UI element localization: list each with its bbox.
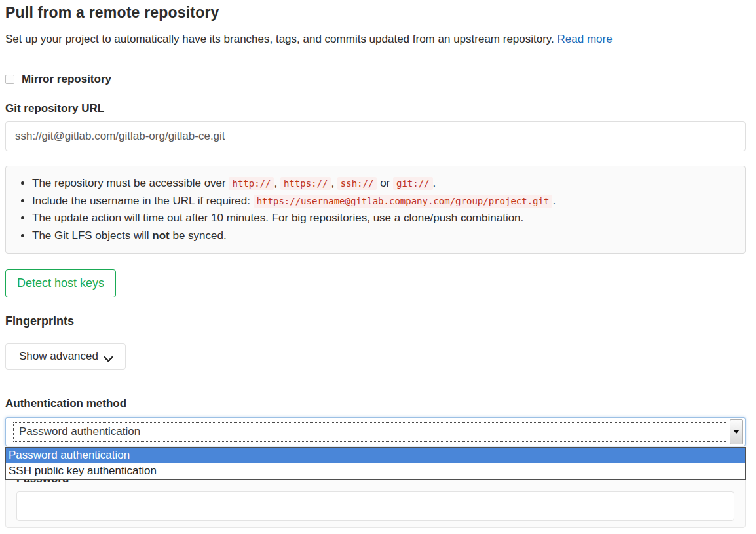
note-item: The update action will time out after 10… bbox=[32, 210, 733, 227]
note-text: Include the username in the URL if requi… bbox=[32, 195, 254, 207]
description-text: Set up your project to automatically hav… bbox=[5, 33, 554, 45]
git-repo-url-label: Git repository URL bbox=[5, 102, 746, 115]
authentication-method-select-wrap: Password authentication Password authent… bbox=[5, 417, 746, 446]
url-requirements-list: The repository must be accessible over h… bbox=[18, 175, 733, 244]
note-text: The Git LFS objects will bbox=[32, 229, 152, 242]
code-snippet: git:// bbox=[393, 177, 433, 190]
note-item: The repository must be accessible over h… bbox=[32, 175, 733, 193]
detect-host-keys-button[interactable]: Detect host keys bbox=[5, 269, 116, 297]
note-item: The Git LFS objects will not be synced. bbox=[32, 227, 733, 245]
authentication-method-label: Authentication method bbox=[5, 397, 746, 410]
note-text: be synced. bbox=[170, 229, 227, 242]
section-description: Set up your project to automatically hav… bbox=[5, 33, 746, 46]
note-text: or bbox=[377, 177, 393, 189]
mirror-repository-label[interactable]: Mirror repository bbox=[22, 73, 111, 86]
note-text: . bbox=[552, 195, 556, 207]
mirror-repository-row: Mirror repository bbox=[5, 73, 746, 86]
settings-section-pull-remote: Pull from a remote repository Set up you… bbox=[5, 0, 746, 528]
note-text: . bbox=[433, 177, 436, 189]
select-dropdown-arrow-button[interactable] bbox=[730, 419, 743, 444]
code-snippet: https:// bbox=[280, 177, 331, 190]
password-input[interactable] bbox=[16, 491, 734, 521]
code-snippet: https://username@gitlab.company.com/grou… bbox=[254, 195, 553, 208]
show-advanced-button[interactable]: Show advanced bbox=[5, 343, 126, 370]
note-item: Include the username in the URL if requi… bbox=[32, 193, 733, 210]
authentication-method-select[interactable]: Password authentication bbox=[5, 417, 746, 446]
mirror-repository-checkbox[interactable] bbox=[5, 75, 14, 84]
show-advanced-label: Show advanced bbox=[19, 350, 98, 363]
dropdown-option-password-authentication[interactable]: Password authentication bbox=[6, 448, 745, 463]
note-text: The update action will time out after 10… bbox=[32, 212, 523, 224]
chevron-down-icon bbox=[104, 353, 112, 360]
dropdown-arrow-icon bbox=[733, 430, 740, 434]
selected-option-text: Password authentication bbox=[13, 422, 728, 442]
git-repo-url-input[interactable] bbox=[5, 121, 746, 151]
authentication-method-dropdown: Password authentication SSH public key a… bbox=[5, 447, 746, 480]
note-text: , bbox=[274, 177, 280, 189]
code-snippet: ssh:// bbox=[337, 177, 377, 190]
note-text: , bbox=[331, 177, 337, 189]
note-text: The repository must be accessible over bbox=[32, 177, 229, 189]
code-snippet: http:// bbox=[229, 177, 274, 190]
emphasized-text: not bbox=[152, 229, 169, 242]
url-requirements-well: The repository must be accessible over h… bbox=[5, 166, 746, 254]
read-more-link[interactable]: Read more bbox=[558, 33, 613, 45]
fingerprints-heading: Fingerprints bbox=[5, 315, 746, 328]
dropdown-option-ssh-public-key-authentication[interactable]: SSH public key authentication bbox=[6, 463, 745, 479]
page-title: Pull from a remote repository bbox=[5, 4, 746, 22]
